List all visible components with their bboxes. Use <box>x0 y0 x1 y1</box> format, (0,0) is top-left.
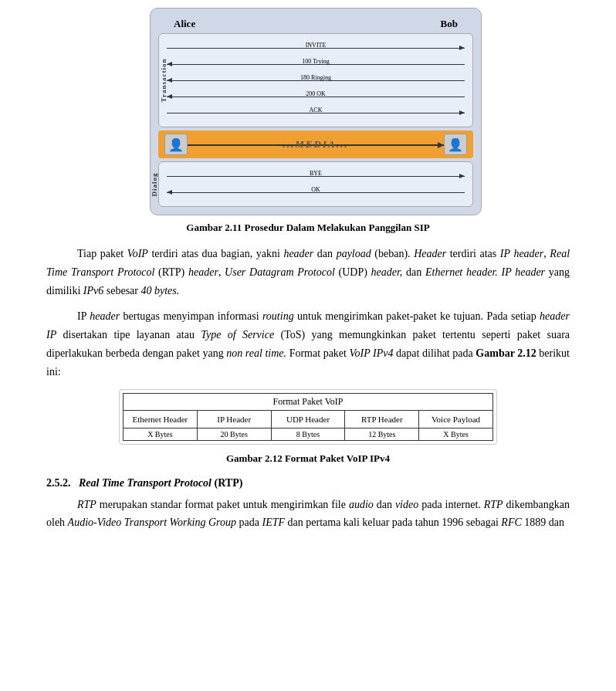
invite-arrow: INVITE <box>167 41 465 55</box>
voip-headers-row: Ethernet Header IP Header UDP Header RTP… <box>124 411 492 428</box>
paragraph-2: IP header bertugas menyimpan informasi r… <box>46 307 570 381</box>
voip-byte-voice: X Bytes <box>419 428 492 440</box>
voip-title: Format Paket VoIP <box>124 394 492 411</box>
paragraph-1: Tiap paket VoIP terdiri atas dua bagian,… <box>46 245 570 300</box>
sip-media-area: 👤 ...MEDIA... 👤 <box>158 130 473 158</box>
voip-outer-border: Format Paket VoIP Ethernet Header IP Hea… <box>119 389 497 445</box>
voip-byte-ethernet: X Bytes <box>124 428 198 440</box>
voip-byte-rtp: 12 Bytes <box>345 428 419 440</box>
trying-label: 100 Trying <box>302 58 329 65</box>
ack-label: ACK <box>310 107 323 113</box>
media-label: ...MEDIA... <box>283 138 349 151</box>
voip-cell-rtp-header: RTP Header <box>345 411 419 428</box>
voip-cell-ethernet-header: Ethernet Header <box>124 411 198 428</box>
voip-cell-udp-header: UDP Header <box>272 411 346 428</box>
paragraph-3: RTP merupakan standar format paket untuk… <box>46 496 570 533</box>
dialog-ok-label: OK <box>311 186 320 193</box>
figure-2-12-caption: Gambar 2.12 Format Paket VoIP IPv4 <box>46 452 570 465</box>
voip-diagram-container: Format Paket VoIP Ethernet Header IP Hea… <box>46 389 570 448</box>
voip-table: Format Paket VoIP Ethernet Header IP Hea… <box>123 393 493 441</box>
sip-names-row: Alice Bob <box>158 18 473 30</box>
ok-label: 200 OK <box>306 90 326 97</box>
media-arrow: ...MEDIA... <box>188 138 444 151</box>
bob-label: Bob <box>441 18 458 30</box>
dialog-ok-arrow: OK <box>167 185 465 199</box>
sip-transaction-area: Transaction INVITE 100 Trying 180 Ringin… <box>158 33 473 127</box>
voip-byte-ip: 20 Bytes <box>198 428 272 440</box>
invite-label: INVITE <box>306 42 327 49</box>
ack-arrow: ACK <box>167 106 465 120</box>
dialog-label: Dialog <box>151 172 158 196</box>
bob-avatar: 👤 <box>444 134 467 155</box>
ringing-arrow: 180 Ringing <box>167 73 465 87</box>
trying-arrow: 100 Trying <box>167 57 465 71</box>
alice-label: Alice <box>174 18 195 30</box>
sip-dialog-area: Dialog BYE OK <box>158 161 473 207</box>
bye-arrow: BYE <box>167 169 465 183</box>
ringing-label: 180 Ringing <box>300 74 331 81</box>
ok-arrow: 200 OK <box>167 90 465 103</box>
alice-avatar: 👤 <box>164 134 188 155</box>
voip-cell-ip-header: IP Header <box>198 411 272 428</box>
bye-label: BYE <box>310 170 322 177</box>
sip-diagram-container: Alice Bob Transaction INVITE 100 Trying <box>46 8 570 215</box>
figure-2-11-caption: Gambar 2.11 Prosedur Dalam Melakukan Pan… <box>46 222 570 234</box>
voip-cell-voice-payload: Voice Payload <box>419 411 492 428</box>
voip-byte-udp: 8 Bytes <box>272 428 346 440</box>
voip-bytes-row: X Bytes 20 Bytes 8 Bytes 12 Bytes X Byte… <box>124 428 492 440</box>
section-heading: 2.5.2. Real Time Transport Protocol (RTP… <box>46 477 570 489</box>
sip-diagram: Alice Bob Transaction INVITE 100 Trying <box>150 8 482 215</box>
